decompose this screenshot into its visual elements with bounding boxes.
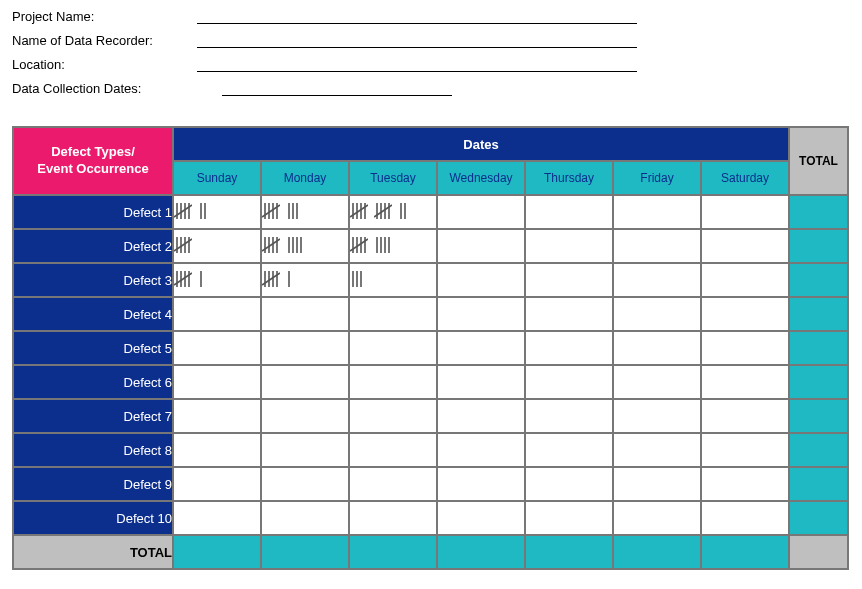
row-total-cell <box>789 433 848 467</box>
total-cell-0 <box>173 535 261 569</box>
tally-cell[interactable] <box>261 331 349 365</box>
form-header: Project Name: Name of Data Recorder: Loc… <box>12 8 850 96</box>
row-label: Defect 8 <box>13 433 173 467</box>
tally-cell[interactable] <box>525 365 613 399</box>
tally-cell[interactable] <box>349 331 437 365</box>
tally-cell[interactable] <box>525 229 613 263</box>
input-project-name-line[interactable] <box>197 8 637 24</box>
tally-cell[interactable] <box>349 467 437 501</box>
tally-cell[interactable] <box>349 365 437 399</box>
tally-cell[interactable] <box>525 263 613 297</box>
tally-cell[interactable] <box>701 467 789 501</box>
tally-cell[interactable] <box>613 195 701 229</box>
tally-cell[interactable] <box>349 229 437 263</box>
row-recorder: Name of Data Recorder: <box>12 32 850 48</box>
tally-cell[interactable] <box>701 399 789 433</box>
tally-cell[interactable] <box>173 331 261 365</box>
row-dates: Data Collection Dates: <box>12 80 850 96</box>
tally-cell[interactable] <box>525 297 613 331</box>
tally-cell[interactable] <box>701 195 789 229</box>
tally-cell[interactable] <box>613 501 701 535</box>
tally-cell[interactable] <box>437 433 525 467</box>
row-total-cell <box>789 467 848 501</box>
input-recorder-line[interactable] <box>197 32 637 48</box>
tally-cell[interactable] <box>525 399 613 433</box>
tally-cell[interactable] <box>349 501 437 535</box>
header-day-5: Friday <box>613 161 701 195</box>
tally-cell[interactable] <box>349 263 437 297</box>
tally-cell[interactable] <box>613 229 701 263</box>
tally-cell[interactable] <box>437 365 525 399</box>
tally-cell[interactable] <box>437 263 525 297</box>
tally-cell[interactable] <box>701 433 789 467</box>
tally-cell[interactable] <box>173 467 261 501</box>
tally-cell[interactable] <box>261 501 349 535</box>
tally-cell[interactable] <box>261 229 349 263</box>
tally-cell[interactable] <box>261 399 349 433</box>
tally-cell[interactable] <box>701 365 789 399</box>
total-row-label: TOTAL <box>13 535 173 569</box>
tally-cell[interactable] <box>173 501 261 535</box>
tally-cell[interactable] <box>437 467 525 501</box>
tally-cell[interactable] <box>173 433 261 467</box>
tally-cell[interactable] <box>261 263 349 297</box>
tally-cell[interactable] <box>525 195 613 229</box>
tally-cell[interactable] <box>173 229 261 263</box>
tally-cell[interactable] <box>613 399 701 433</box>
tally-cell[interactable] <box>173 195 261 229</box>
label-location: Location: <box>12 57 197 72</box>
tally-cell[interactable] <box>261 467 349 501</box>
grand-total-cell <box>789 535 848 569</box>
row-label: Defect 1 <box>13 195 173 229</box>
tally-cell[interactable] <box>701 331 789 365</box>
header-day-4: Thursday <box>525 161 613 195</box>
tally-cell[interactable] <box>525 501 613 535</box>
tally-cell[interactable] <box>525 467 613 501</box>
tally-cell[interactable] <box>613 467 701 501</box>
tally-cell[interactable] <box>525 331 613 365</box>
tally-cell[interactable] <box>613 297 701 331</box>
tally-cell[interactable] <box>261 297 349 331</box>
row-total-cell <box>789 331 848 365</box>
table-row: Defect 8 <box>13 433 848 467</box>
row-project-name: Project Name: <box>12 8 850 24</box>
input-dates-line[interactable] <box>222 80 452 96</box>
tally-cell[interactable] <box>701 501 789 535</box>
tally-cell[interactable] <box>261 433 349 467</box>
tally-cell[interactable] <box>437 297 525 331</box>
tally-cell[interactable] <box>701 263 789 297</box>
tally-cell[interactable] <box>349 297 437 331</box>
tally-cell[interactable] <box>173 263 261 297</box>
tally-cell[interactable] <box>701 297 789 331</box>
tally-cell[interactable] <box>261 195 349 229</box>
label-project-name: Project Name: <box>12 9 197 24</box>
tally-cell[interactable] <box>437 501 525 535</box>
total-cell-3 <box>437 535 525 569</box>
tally-cell[interactable] <box>349 195 437 229</box>
tally-cell[interactable] <box>525 433 613 467</box>
table-row: Defect 9 <box>13 467 848 501</box>
tally-cell[interactable] <box>349 399 437 433</box>
table-row: Defect 5 <box>13 331 848 365</box>
tally-cell[interactable] <box>173 399 261 433</box>
table-row: Defect 1 <box>13 195 848 229</box>
input-location-line[interactable] <box>197 56 637 72</box>
total-cell-2 <box>349 535 437 569</box>
tally-cell[interactable] <box>613 365 701 399</box>
header-day-0: Sunday <box>173 161 261 195</box>
tally-cell[interactable] <box>613 263 701 297</box>
tally-cell[interactable] <box>173 365 261 399</box>
tally-cell[interactable] <box>701 229 789 263</box>
tally-cell[interactable] <box>437 331 525 365</box>
tally-cell[interactable] <box>613 331 701 365</box>
tally-cell[interactable] <box>437 229 525 263</box>
tally-cell[interactable] <box>613 433 701 467</box>
tally-cell[interactable] <box>261 365 349 399</box>
tally-cell[interactable] <box>437 195 525 229</box>
header-day-2: Tuesday <box>349 161 437 195</box>
row-label: Defect 7 <box>13 399 173 433</box>
tally-cell[interactable] <box>437 399 525 433</box>
tally-cell[interactable] <box>349 433 437 467</box>
tally-cell[interactable] <box>173 297 261 331</box>
row-label: Defect 3 <box>13 263 173 297</box>
